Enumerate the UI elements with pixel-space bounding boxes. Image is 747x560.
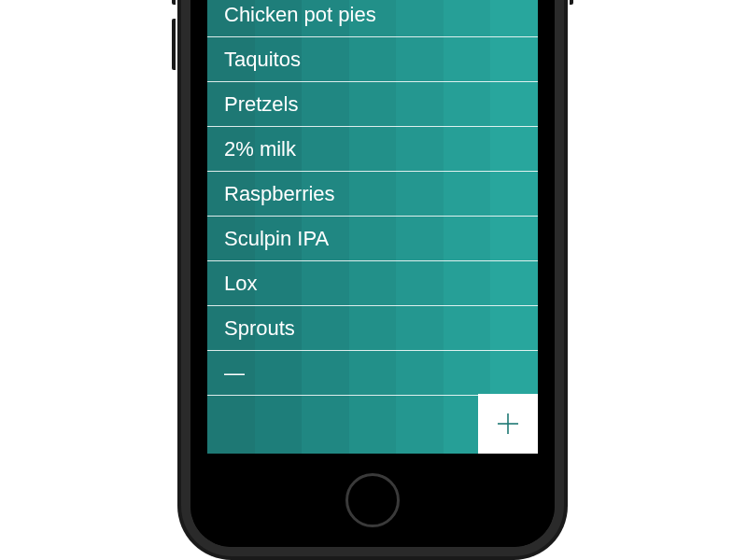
list-item[interactable]: Chicken pot pies	[207, 0, 538, 37]
add-item-button[interactable]	[478, 394, 538, 454]
home-button[interactable]	[345, 473, 400, 527]
phone-frame: — — — Sourdough bread Orange juice Turke…	[177, 0, 568, 560]
phone-body: — — — Sourdough bread Orange juice Turke…	[181, 0, 564, 556]
screen-wrap: — — — Sourdough bread Orange juice Turke…	[190, 0, 555, 547]
list-item[interactable]: Sprouts	[207, 306, 538, 351]
list-item[interactable]: 2% milk	[207, 127, 538, 172]
list-item[interactable]: —	[207, 351, 538, 396]
list-item[interactable]: Sculpin IPA	[207, 217, 538, 261]
volume-up-button	[172, 0, 176, 5]
volume-down-button	[172, 19, 176, 70]
app-screen: — — — Sourdough bread Orange juice Turke…	[207, 0, 538, 454]
list-item[interactable]: Lox	[207, 261, 538, 306]
grocery-list[interactable]: — — — Sourdough bread Orange juice Turke…	[207, 0, 538, 454]
power-button	[570, 0, 573, 5]
list-item[interactable]: Taquitos	[207, 37, 538, 82]
list-item[interactable]: Raspberries	[207, 172, 538, 217]
plus-icon	[494, 410, 522, 438]
list-item[interactable]: Pretzels	[207, 82, 538, 127]
bezel-bottom	[190, 454, 555, 547]
